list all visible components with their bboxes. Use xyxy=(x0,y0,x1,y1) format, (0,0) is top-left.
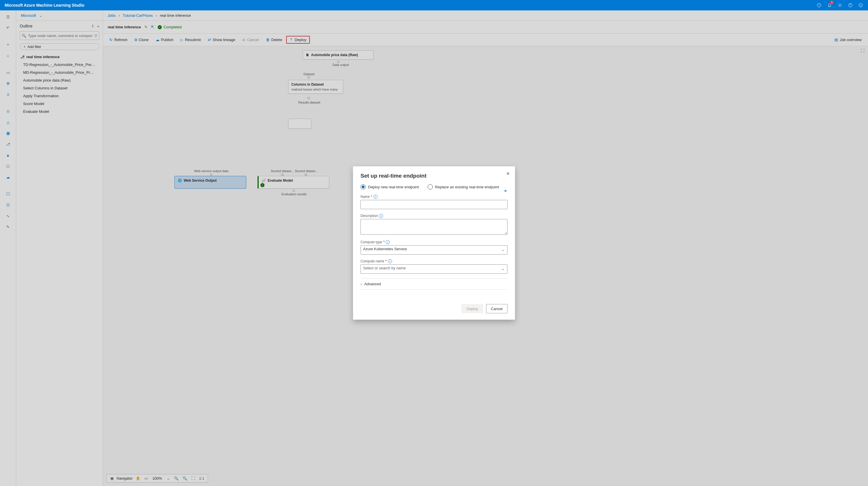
svg-point-4 xyxy=(860,5,861,5)
svg-point-1 xyxy=(839,5,841,6)
help-icon[interactable] xyxy=(848,3,853,8)
app-title: Microsoft Azure Machine Learning Studio xyxy=(5,3,85,7)
topbar-icons: 5 xyxy=(816,3,863,8)
notification-badge: 5 xyxy=(830,1,834,4)
clock-icon[interactable] xyxy=(816,3,822,8)
gear-icon[interactable] xyxy=(837,3,842,8)
azure-topbar: Microsoft Azure Machine Learning Studio … xyxy=(0,0,868,10)
bell-icon[interactable]: 5 xyxy=(827,3,832,8)
smile-icon[interactable] xyxy=(858,3,863,8)
svg-point-5 xyxy=(861,5,862,5)
svg-point-3 xyxy=(859,3,863,7)
